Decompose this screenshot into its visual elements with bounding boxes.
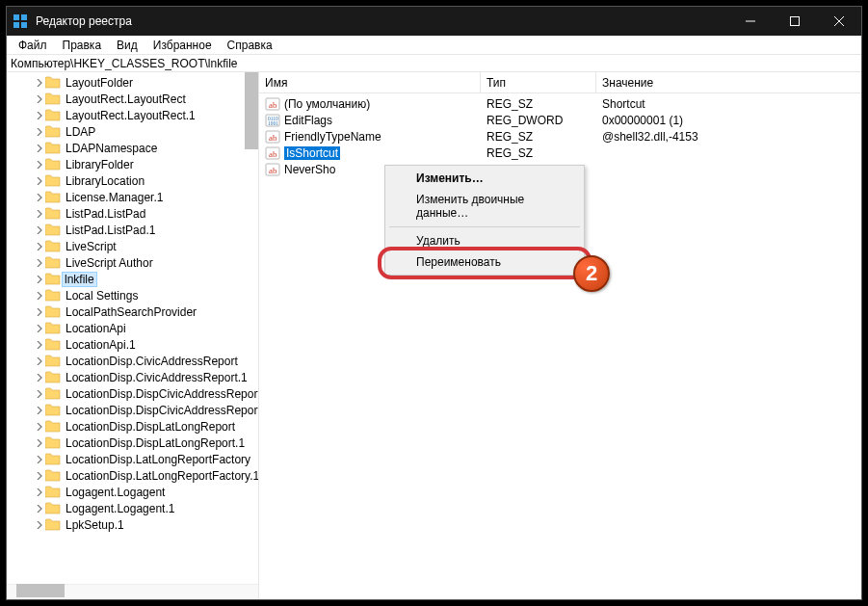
chevron-right-icon[interactable] (34, 161, 45, 169)
tree-item[interactable]: Logagent.Logagent.1 (34, 500, 258, 516)
tree-item[interactable]: lnkfile (34, 271, 258, 287)
folder-icon (45, 76, 61, 89)
tree-item[interactable]: Local Settings (34, 287, 258, 303)
tree-item-label: LiveScript Author (65, 256, 154, 270)
chevron-right-icon[interactable] (34, 325, 45, 332)
chevron-right-icon[interactable] (34, 374, 45, 382)
chevron-right-icon[interactable] (34, 243, 45, 250)
svg-text:ab: ab (269, 149, 277, 159)
tree-item[interactable]: LibraryFolder (34, 156, 258, 172)
minimize-button[interactable] (728, 7, 773, 36)
chevron-right-icon[interactable] (34, 210, 45, 218)
chevron-right-icon[interactable] (34, 177, 45, 185)
tree-item[interactable]: LiveScript Author (34, 254, 258, 271)
value-type: REG_DWORD (481, 114, 596, 127)
tree-scrollbar[interactable] (245, 72, 258, 149)
tree-item[interactable]: LocationDisp.DispCivicAddressReport.1 (34, 402, 258, 418)
tree-hscrollbar[interactable] (16, 584, 65, 597)
tree-item[interactable]: ListPad.ListPad (34, 205, 258, 222)
chevron-right-icon[interactable] (34, 472, 45, 480)
tree-item[interactable]: LayoutRect.LayoutRect.1 (34, 107, 258, 123)
chevron-right-icon[interactable] (34, 308, 45, 316)
chevron-right-icon[interactable] (34, 276, 45, 283)
content-area: LayoutFolderLayoutRect.LayoutRectLayoutR… (7, 72, 861, 599)
header-value[interactable]: Значение (596, 72, 861, 92)
chevron-right-icon[interactable] (34, 505, 45, 513)
chevron-right-icon[interactable] (34, 407, 45, 414)
folder-icon (45, 502, 61, 514)
tree-item[interactable]: LocationDisp.CivicAddressReport.1 (34, 369, 258, 385)
tree-item[interactable]: LocationDisp.DispLatLongReport.1 (34, 435, 258, 451)
chevron-right-icon[interactable] (34, 292, 45, 300)
chevron-right-icon[interactable] (34, 439, 45, 447)
tree-item[interactable]: License.Manager.1 (34, 189, 258, 205)
context-menu: Изменить… Изменить двоичные данные… Удал… (384, 165, 585, 276)
tree-item[interactable]: LocalPathSearchProvider (34, 303, 258, 320)
header-type[interactable]: Тип (481, 72, 596, 92)
ctx-delete[interactable]: Удалить (387, 230, 582, 251)
folder-icon (45, 355, 61, 367)
chevron-right-icon[interactable] (34, 79, 45, 87)
tree-item[interactable]: LocationDisp.LatLongReportFactory (34, 451, 258, 467)
tree-item[interactable]: LDAPNamespace (34, 140, 258, 156)
chevron-right-icon[interactable] (34, 112, 45, 119)
folder-icon (45, 469, 61, 482)
tree-item[interactable]: LibraryLocation (34, 172, 258, 189)
folder-icon (45, 453, 61, 465)
list-row[interactable]: abFriendlyTypeNameREG_SZ@shell32.dll,-41… (259, 128, 861, 145)
menu-favorites[interactable]: Избранное (145, 39, 220, 52)
folder-icon (45, 420, 61, 433)
menu-help[interactable]: Справка (220, 39, 280, 52)
chevron-right-icon[interactable] (34, 95, 45, 103)
tree-item[interactable]: LpkSetup.1 (34, 516, 258, 533)
svg-text:ab: ab (269, 133, 277, 143)
chevron-right-icon[interactable] (34, 259, 45, 267)
chevron-right-icon[interactable] (34, 488, 45, 496)
value-name: EditFlags (284, 114, 332, 127)
chevron-right-icon[interactable] (34, 456, 45, 463)
header-name[interactable]: Имя (259, 72, 481, 92)
chevron-right-icon[interactable] (34, 423, 45, 431)
chevron-right-icon[interactable] (34, 128, 45, 136)
tree-item[interactable]: LayoutRect.LayoutRect (34, 91, 258, 107)
menu-edit[interactable]: Правка (55, 39, 110, 52)
list-header: Имя Тип Значение (259, 72, 861, 93)
tree-item-label: LocationDisp.LatLongReportFactory (65, 453, 251, 466)
chevron-right-icon[interactable] (34, 521, 45, 529)
chevron-right-icon[interactable] (34, 357, 45, 365)
ctx-rename[interactable]: Переименовать (387, 251, 582, 273)
tree-item[interactable]: LocationDisp.DispCivicAddressReport (34, 385, 258, 402)
tree-item[interactable]: LiveScript (34, 238, 258, 254)
registry-tree[interactable]: LayoutFolderLayoutRect.LayoutRectLayoutR… (7, 72, 259, 599)
tree-item[interactable]: LocationDisp.DispLatLongReport (34, 418, 258, 435)
folder-icon (45, 322, 61, 334)
list-row[interactable]: 01101001EditFlagsREG_DWORD0x00000001 (1) (259, 112, 861, 128)
tree-item[interactable]: ListPad.ListPad.1 (34, 222, 258, 238)
chevron-right-icon[interactable] (34, 341, 45, 349)
tree-item-label: ListPad.ListPad.1 (65, 224, 156, 237)
address-bar[interactable]: Компьютер\HKEY_CLASSES_ROOT\lnkfile (7, 55, 861, 72)
folder-icon (45, 125, 61, 138)
tree-item[interactable]: LocationDisp.LatLongReportFactory.1 (34, 467, 258, 484)
tree-item[interactable]: Logagent.Logagent (34, 484, 258, 500)
chevron-right-icon[interactable] (34, 194, 45, 201)
registry-editor-window: Редактор реестра Файл Правка Вид Избранн… (6, 6, 862, 600)
tree-item[interactable]: LDAP (34, 123, 258, 140)
name-cell: abFriendlyTypeName (259, 129, 481, 145)
menu-view[interactable]: Вид (109, 39, 145, 52)
list-row[interactable]: abIsShortcutREG_SZ (259, 145, 861, 161)
tree-item[interactable]: LocationApi.1 (34, 336, 258, 353)
ctx-modify-binary[interactable]: Изменить двоичные данные… (387, 189, 582, 224)
chevron-right-icon[interactable] (34, 226, 45, 234)
tree-item[interactable]: LocationApi (34, 320, 258, 336)
tree-item[interactable]: LayoutFolder (34, 74, 258, 91)
close-button[interactable] (817, 7, 861, 36)
maximize-button[interactable] (773, 7, 817, 36)
chevron-right-icon[interactable] (34, 390, 45, 398)
list-row[interactable]: ab(По умолчанию)REG_SZShortcut (259, 95, 861, 112)
ctx-modify[interactable]: Изменить… (387, 168, 582, 189)
chevron-right-icon[interactable] (34, 145, 45, 152)
menu-file[interactable]: Файл (11, 39, 55, 52)
svg-rect-0 (13, 14, 19, 20)
tree-item[interactable]: LocationDisp.CivicAddressReport (34, 353, 258, 369)
